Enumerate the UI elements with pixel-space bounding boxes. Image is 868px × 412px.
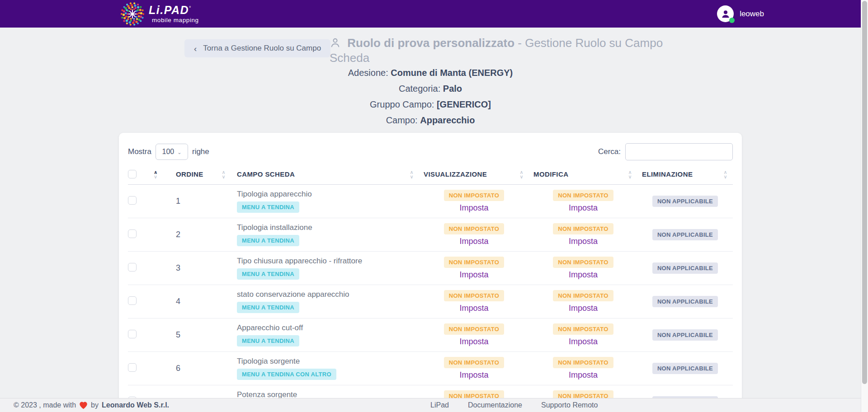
search-input[interactable] <box>625 143 733 160</box>
campo-type-badge: MENU A TENDINA <box>237 302 299 313</box>
eliminazione-status-badge: NON APPLICABILE <box>652 329 718 341</box>
sort-desc-icon[interactable]: ∨ <box>410 174 414 179</box>
row-visualizzazione-cell: NON IMPOSTATO Imposta <box>419 290 529 313</box>
eliminazione-status-badge: NON APPLICABILE <box>652 363 718 374</box>
footer: © 2023 , made with by Leonardo Web S.r.l… <box>0 398 868 412</box>
lipad-logo[interactable]: Li.PAD° mobile mapping <box>121 2 199 26</box>
modifica-status-badge: NON IMPOSTATO <box>553 323 613 335</box>
visualizzazione-imposta-link[interactable]: Imposta <box>459 304 488 313</box>
row-campo-cell: Tipo chiusura apparecchio - rifrattore M… <box>231 252 419 285</box>
info-categoria-label: Categoria: <box>399 84 443 94</box>
modifica-imposta-link[interactable]: Imposta <box>569 237 598 246</box>
sort-control[interactable]: ∧ ∨ <box>410 170 414 179</box>
sort-desc-icon[interactable]: ∨ <box>520 174 524 179</box>
eliminazione-status-badge: NON APPLICABILE <box>652 296 718 307</box>
row-eliminazione-cell: NON APPLICABILE <box>637 329 733 341</box>
visualizzazione-status-badge: NON IMPOSTATO <box>444 290 505 301</box>
row-eliminazione-cell: NON APPLICABILE <box>637 229 733 240</box>
page-size-select[interactable]: 100 ⌄ <box>156 144 188 160</box>
row-modifica-cell: NON IMPOSTATO Imposta <box>529 290 637 313</box>
page-scrollbar <box>861 0 868 412</box>
online-status-dot <box>729 18 735 23</box>
info-gruppo-campo: Gruppo Campo: [GENERICO] <box>119 99 742 115</box>
header-select-all[interactable]: ∧ ∨ <box>128 164 163 184</box>
row-eliminazione-cell: NON APPLICABILE <box>637 363 733 374</box>
visualizzazione-status-badge: NON IMPOSTATO <box>444 257 505 268</box>
info-categoria-value: Palo <box>443 84 462 94</box>
sort-desc-icon[interactable]: ∨ <box>222 174 226 179</box>
row-checkbox[interactable] <box>128 196 137 205</box>
sort-control[interactable]: ∧ ∨ <box>154 170 158 179</box>
row-campo-cell: Tipologia apparecchio MENU A TENDINA <box>231 185 419 218</box>
footer-link-lipad[interactable]: LiPad <box>430 401 449 409</box>
page-title: Ruolo di prova personalizzato - Gestione… <box>330 36 682 66</box>
company-name: Leonardo Web S.r.l. <box>102 401 169 409</box>
modifica-imposta-link[interactable]: Imposta <box>569 270 598 280</box>
modifica-imposta-link[interactable]: Imposta <box>569 304 598 313</box>
modifica-status-badge: NON IMPOSTATO <box>553 257 613 268</box>
scrollbar-thumb[interactable] <box>862 1 867 384</box>
title-user-icon <box>330 36 347 50</box>
row-ordine: 3 <box>163 263 231 273</box>
info-campo: Campo: Apparecchio <box>119 115 742 131</box>
select-all-checkbox[interactable] <box>128 170 137 178</box>
table-body: 1 Tipologia apparecchio MENU A TENDINA N… <box>128 185 733 412</box>
header-eliminazione[interactable]: ELIMINAZIONE ∧ ∨ <box>637 164 733 184</box>
row-checkbox[interactable] <box>128 296 137 305</box>
sort-desc-icon[interactable]: ∨ <box>724 174 727 179</box>
row-visualizzazione-cell: NON IMPOSTATO Imposta <box>419 257 529 280</box>
copyright-suffix: by <box>91 401 99 409</box>
sort-desc-icon[interactable]: ∨ <box>154 174 157 179</box>
header-campo-scheda[interactable]: CAMPO SCHEDA ∧ ∨ <box>231 164 419 184</box>
modifica-imposta-link[interactable]: Imposta <box>569 203 598 213</box>
modifica-imposta-link[interactable]: Imposta <box>569 337 598 346</box>
visualizzazione-imposta-link[interactable]: Imposta <box>459 370 488 380</box>
header-ordine[interactable]: ORDINE ∧ ∨ <box>163 164 231 184</box>
table-row: 4 stato conservazione apparecchio MENU A… <box>128 285 733 318</box>
back-button[interactable]: ‹ Torna a Gestione Ruolo su Campo <box>184 39 330 57</box>
sort-control[interactable]: ∧ ∨ <box>520 170 524 179</box>
show-label: Mostra <box>128 147 151 156</box>
visualizzazione-status-badge: NON IMPOSTATO <box>444 223 505 234</box>
row-select-cell <box>128 296 163 307</box>
info-adesione-value: Comune di Manta (ENERGY) <box>391 68 513 78</box>
row-checkbox[interactable] <box>128 229 137 238</box>
header-eliminazione-label: ELIMINAZIONE <box>642 170 693 178</box>
footer-link-documentazione[interactable]: Documentazione <box>468 401 522 409</box>
sort-desc-icon[interactable]: ∨ <box>628 174 632 179</box>
row-campo-cell: Tipologia sorgente MENU A TENDINA CON AL… <box>231 352 419 385</box>
logo-tagline: mobile mapping <box>152 17 199 23</box>
row-select-cell <box>128 196 163 206</box>
heart-icon <box>79 402 88 409</box>
campo-name: Tipologia sorgente <box>237 357 419 366</box>
row-eliminazione-cell: NON APPLICABILE <box>637 296 733 307</box>
modifica-imposta-link[interactable]: Imposta <box>569 370 598 380</box>
row-select-cell <box>128 263 163 273</box>
visualizzazione-imposta-link[interactable]: Imposta <box>459 270 488 280</box>
sort-control[interactable]: ∧ ∨ <box>628 170 632 179</box>
visualizzazione-imposta-link[interactable]: Imposta <box>459 237 488 246</box>
user-menu[interactable]: leoweb <box>717 5 764 22</box>
header-modifica[interactable]: MODIFICA ∧ ∨ <box>529 164 637 184</box>
eliminazione-status-badge: NON APPLICABILE <box>652 262 718 274</box>
footer-copyright: © 2023 , made with by Leonardo Web S.r.l… <box>14 401 169 409</box>
table-card: Mostra 100 ⌄ righe Cerca: ∧ ∨ ORDINE <box>119 133 742 412</box>
visualizzazione-status-badge: NON IMPOSTATO <box>444 357 505 368</box>
row-modifica-cell: NON IMPOSTATO Imposta <box>529 257 637 280</box>
row-visualizzazione-cell: NON IMPOSTATO Imposta <box>419 323 529 346</box>
back-button-label: Torna a Gestione Ruolo su Campo <box>203 44 321 53</box>
copyright-prefix: © 2023 , made with <box>14 401 76 409</box>
row-checkbox[interactable] <box>128 330 137 338</box>
sort-control[interactable]: ∧ ∨ <box>724 170 727 179</box>
sort-control[interactable]: ∧ ∨ <box>222 170 226 179</box>
visualizzazione-imposta-link[interactable]: Imposta <box>459 337 488 346</box>
row-checkbox[interactable] <box>128 363 137 372</box>
header-visualizzazione[interactable]: VISUALIZZAZIONE ∧ ∨ <box>419 164 529 184</box>
modifica-status-badge: NON IMPOSTATO <box>553 290 613 301</box>
row-checkbox[interactable] <box>128 263 137 272</box>
row-modifica-cell: NON IMPOSTATO Imposta <box>529 357 637 380</box>
row-ordine: 4 <box>163 297 231 306</box>
visualizzazione-status-badge: NON IMPOSTATO <box>444 323 505 335</box>
visualizzazione-imposta-link[interactable]: Imposta <box>459 203 488 213</box>
footer-link-supporto-remoto[interactable]: Supporto Remoto <box>541 401 598 409</box>
